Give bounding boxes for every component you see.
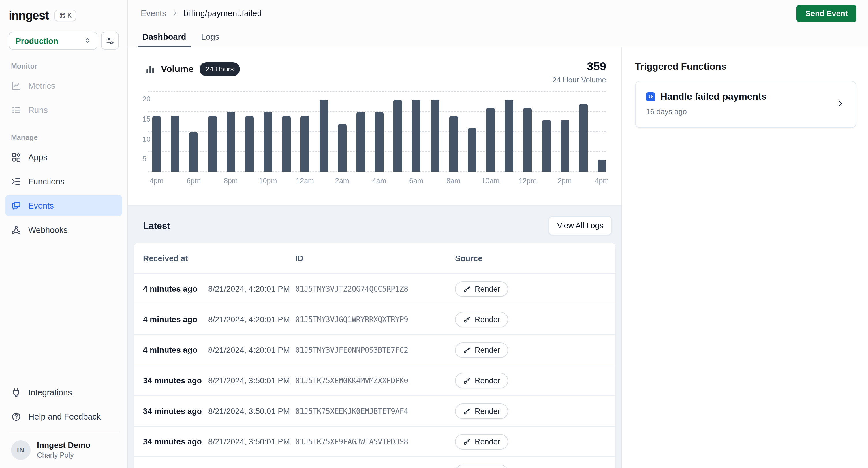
table-row[interactable]: 44 minutes ago 8/21/2024, 3:40:01 PM 01J…: [134, 457, 615, 468]
column-id: ID: [295, 253, 455, 263]
volume-bar[interactable]: [301, 116, 309, 172]
volume-bar[interactable]: [208, 116, 217, 172]
y-axis-tick-label: 20: [143, 95, 151, 103]
main-area: Events billing/payment.failed Send Event…: [128, 0, 868, 468]
key-icon: [463, 346, 471, 354]
key-icon: [463, 315, 471, 323]
runs-list-icon: [11, 105, 21, 115]
sidebar-item-integrations[interactable]: Integrations: [5, 381, 122, 403]
source-render-badge[interactable]: Render: [455, 281, 508, 297]
command-k-shortcut[interactable]: ⌘ K: [54, 10, 76, 21]
volume-bar[interactable]: [226, 112, 235, 172]
received-datetime: 8/21/2024, 3:50:01 PM: [208, 437, 295, 446]
source-render-badge[interactable]: Render: [455, 373, 508, 388]
volume-bar[interactable]: [431, 100, 439, 172]
latest-table-body: 4 minutes ago 8/21/2024, 4:20:01 PM 01J5…: [134, 273, 615, 468]
y-axis-tick-label: 10: [143, 135, 151, 143]
environment-selected: Production: [16, 36, 58, 45]
received-datetime: 8/21/2024, 4:20:01 PM: [208, 315, 295, 324]
tab-dashboard[interactable]: Dashboard: [141, 27, 187, 47]
event-id: 01J5TMY3VJGQ1WRYRRXQXTRYP9: [295, 315, 455, 324]
breadcrumb-events-link[interactable]: Events: [141, 9, 166, 18]
volume-bar[interactable]: [579, 104, 588, 172]
dashboard-column: Volume 24 Hours 359 24 Hour Volume 51015…: [128, 47, 622, 468]
sidebar-item-label: Apps: [28, 153, 47, 162]
volume-bar[interactable]: [171, 116, 179, 172]
volume-bar[interactable]: [393, 100, 402, 172]
volume-bar[interactable]: [245, 116, 254, 172]
key-icon: [463, 285, 471, 293]
table-row[interactable]: 4 minutes ago 8/21/2024, 4:20:01 PM 01J5…: [134, 334, 615, 365]
volume-bar[interactable]: [449, 116, 458, 172]
sidebar-item-label: Help and Feedback: [28, 412, 101, 421]
volume-bar[interactable]: [282, 116, 291, 172]
functions-list-icon: [11, 176, 21, 187]
sidebar-item-events[interactable]: Events: [5, 195, 122, 216]
volume-bar[interactable]: [412, 100, 421, 172]
environment-settings-button[interactable]: [101, 32, 119, 49]
volume-bar[interactable]: [356, 112, 365, 172]
volume-bar[interactable]: [264, 112, 272, 172]
volume-bar[interactable]: [189, 132, 198, 172]
volume-bar[interactable]: [597, 160, 606, 172]
user-menu[interactable]: IN Inngest Demo Charly Poly: [5, 433, 122, 468]
received-relative-time: 34 minutes ago: [143, 376, 208, 385]
sidebar: inngest ⌘ K Production Monitor: [0, 0, 128, 468]
x-axis-tick-label: 12pm: [519, 177, 537, 185]
source-render-badge[interactable]: Render: [455, 342, 508, 358]
sidebar-item-metrics[interactable]: Metrics: [5, 75, 122, 96]
event-id: 01J5TK75XEEKJK0EMJBTET9AF4: [295, 407, 455, 415]
volume-bar[interactable]: [542, 120, 551, 172]
x-axis-tick-label: 12am: [296, 177, 314, 185]
sidebar-item-label: Metrics: [28, 81, 55, 90]
table-row[interactable]: 34 minutes ago 8/21/2024, 3:50:01 PM 01J…: [134, 395, 615, 426]
table-row[interactable]: 4 minutes ago 8/21/2024, 4:20:01 PM 01J5…: [134, 273, 615, 304]
time-range-badge[interactable]: 24 Hours: [199, 62, 240, 76]
sliders-icon: [105, 36, 115, 45]
sidebar-item-runs[interactable]: Runs: [5, 99, 122, 121]
nav-section-monitor: Monitor: [5, 52, 122, 75]
volume-bar[interactable]: [468, 128, 476, 172]
table-row[interactable]: 34 minutes ago 8/21/2024, 3:50:01 PM 01J…: [134, 365, 615, 395]
volume-bar[interactable]: [338, 124, 346, 172]
received-datetime: 8/21/2024, 4:20:01 PM: [208, 345, 295, 355]
volume-bar[interactable]: [523, 108, 532, 172]
source-render-badge[interactable]: Render: [455, 464, 508, 468]
source-render-badge[interactable]: Render: [455, 311, 508, 327]
volume-bar[interactable]: [505, 100, 513, 172]
x-axis-tick-label: 8pm: [224, 177, 238, 185]
event-id: 01J5TMY3VJFE0NNP0S3BTE7FC2: [295, 345, 455, 354]
send-event-button[interactable]: Send Event: [797, 4, 857, 22]
function-card[interactable]: Handle failed payments 16 days ago: [635, 81, 857, 128]
source-render-badge[interactable]: Render: [455, 403, 508, 419]
y-axis-tick-label: 15: [143, 115, 151, 123]
x-axis-tick-label: 6am: [409, 177, 423, 185]
tab-logs[interactable]: Logs: [200, 27, 221, 47]
avatar: IN: [11, 440, 31, 460]
table-row[interactable]: 34 minutes ago 8/21/2024, 3:50:01 PM 01J…: [134, 426, 615, 457]
sidebar-item-label: Webhooks: [28, 225, 68, 234]
latest-table: Received at ID Source 4 minutes ago 8/21…: [134, 243, 615, 468]
source-render-badge[interactable]: Render: [455, 434, 508, 449]
environment-select[interactable]: Production: [9, 32, 97, 49]
breadcrumb-current: billing/payment.failed: [184, 9, 262, 18]
sidebar-item-label: Integrations: [28, 388, 72, 397]
volume-total-caption: 24 Hour Volume: [553, 75, 606, 84]
bar-chart-icon: [145, 64, 155, 74]
volume-bar[interactable]: [486, 108, 495, 172]
inngest-logo: inngest: [9, 9, 49, 23]
table-row[interactable]: 4 minutes ago 8/21/2024, 4:20:01 PM 01J5…: [134, 304, 615, 334]
sidebar-item-apps[interactable]: Apps: [5, 146, 122, 168]
latest-title: Latest: [143, 221, 170, 231]
x-axis-tick-label: 4pm: [595, 177, 609, 185]
sidebar-item-webhooks[interactable]: Webhooks: [5, 219, 122, 240]
sidebar-item-help[interactable]: Help and Feedback: [5, 406, 122, 427]
volume-bar[interactable]: [319, 100, 328, 172]
volume-bar[interactable]: [560, 120, 569, 172]
volume-bar[interactable]: [152, 116, 161, 172]
latest-table-header: Received at ID Source: [134, 243, 615, 273]
view-all-logs-button[interactable]: View All Logs: [549, 216, 612, 235]
volume-bar[interactable]: [375, 112, 383, 172]
sidebar-item-functions[interactable]: Functions: [5, 171, 122, 192]
received-relative-time: 4 minutes ago: [143, 284, 208, 293]
